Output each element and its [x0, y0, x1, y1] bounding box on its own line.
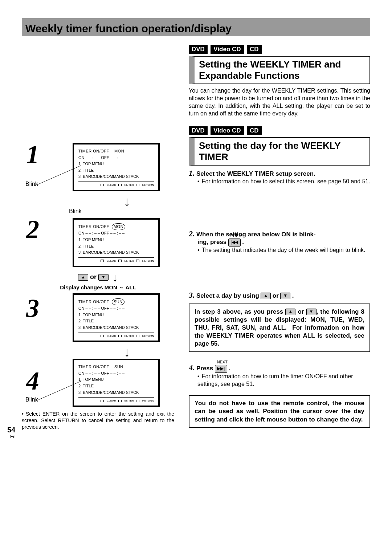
page-number: 54 — [7, 426, 15, 434]
screen-box-1: TIMER ON/OFF MON ON – – : – – OFF – – : … — [73, 143, 160, 191]
left-column: 1 Blink TIMER ON/OFF MON ON – – : – – OF… — [22, 38, 174, 431]
media-vcd: Video CD — [211, 45, 244, 54]
up-arrow-btn[interactable]: ▲ — [78, 274, 88, 281]
screen-box-3: TIMER ON/OFF SUN ON – – : – – OFF – – : … — [73, 293, 160, 342]
next-skip-button[interactable]: ▶▶| — [215, 365, 227, 373]
right-column: DVD Video CD CD Setting the WEEKLY TIMER… — [189, 38, 370, 431]
next-label: NEXT — [217, 360, 228, 364]
section-1-body: You can change the day for the WEEKLY TI… — [189, 87, 370, 117]
media-dvd: DVD — [189, 126, 208, 135]
step-3-heading: Select a day by using — [196, 292, 259, 299]
step-2-body: The setting that indicates the day of th… — [197, 247, 366, 253]
step-4-num: 4. — [189, 363, 195, 372]
prev-skip-button[interactable]: |◀◀ — [228, 239, 241, 247]
or-line: ▲ or ▼ ↓ — [22, 271, 174, 284]
step-4: 4. Press NEXT ▶▶| . For information on h… — [189, 363, 370, 388]
step-4-body: For information on how to turn the timer… — [197, 373, 353, 387]
blink-label-4: Blink — [25, 396, 38, 403]
down-arrow-icon: ↓ — [80, 346, 174, 359]
step-2: 2. When the setting area below ON is bli… — [189, 229, 370, 254]
step-1-body: For information on how to select this sc… — [197, 178, 370, 184]
step-1: 1. Select the WEEKLY TIMER setup screen.… — [189, 168, 370, 186]
screen-box-4: TIMER ON/OFF SUN ON – – : – – OFF – – : … — [73, 359, 160, 407]
step-3: 3. Select a day by using ▲ or ▼ . In ste… — [189, 290, 370, 352]
big-step-2: 2 — [22, 215, 44, 245]
media-cd: CD — [247, 126, 262, 135]
step-3-num: 3. — [189, 290, 195, 300]
section-2-title: Setting the day for the WEEKLY TIMER — [189, 137, 370, 166]
screen-box-2: TIMER ON/OFF MON ON – – : – – OFF – – : … — [73, 218, 160, 267]
down-arrow-btn[interactable]: ▼ — [280, 293, 290, 299]
final-info-box: You do not have to use the remote contro… — [189, 395, 370, 428]
up-arrow-btn[interactable]: ▲ — [261, 293, 271, 299]
diagram-step-3: 3 TIMER ON/OFF SUN ON – – : – – OFF – – … — [22, 293, 174, 342]
big-step-4: 4 — [22, 366, 44, 396]
media-dvd: DVD — [189, 45, 208, 54]
step-1-num: 1. — [189, 168, 195, 178]
down-arrow-btn[interactable]: ▼ — [98, 274, 109, 281]
step-3-info-box: In step 3 above, as you press ▲ or ▼, th… — [189, 304, 370, 352]
up-arrow-btn[interactable]: ▲ — [285, 309, 295, 315]
diagram-step-4: 4 Blink TIMER ON/OFF SUN ON – – : – – OF… — [22, 359, 174, 407]
step-1-heading: Select the WEEKLY TIMER setup screen. — [196, 170, 315, 177]
section-1-title: Setting the WEEKLY TIMER and Expandable … — [189, 56, 370, 84]
blink-label-top-2: Blink — [69, 208, 174, 215]
step-2-heading-b: ing, press — [197, 239, 226, 245]
down-arrow-icon: ↓ — [80, 195, 174, 208]
diagram-step-1: 1 Blink TIMER ON/OFF MON ON – – : – – OF… — [22, 139, 174, 191]
step-4-heading: Press — [196, 365, 213, 372]
page-language: En — [10, 434, 16, 439]
step-2-heading-a: When the setting area below ON is blink- — [196, 231, 316, 238]
media-cd: CD — [247, 45, 262, 54]
big-step-3: 3 — [22, 293, 44, 323]
left-footer-note: Select ENTER on the screen to enter the … — [22, 411, 174, 431]
display-changes-line: Display changes MON ～ ALL — [22, 284, 174, 291]
prev-label: PREV — [230, 233, 241, 238]
step-2-num: 2. — [189, 229, 195, 238]
page-banner: Weekly timer function operation/display — [22, 18, 370, 36]
blink-label-1: Blink — [25, 181, 38, 187]
media-vcd: Video CD — [211, 126, 244, 135]
diagram-step-2: 2 TIMER ON/OFF MON ON – – : – – OFF – – … — [22, 215, 174, 267]
banner-title: Weekly timer function operation/display — [25, 23, 232, 35]
down-arrow-icon: ↓ — [112, 271, 118, 284]
down-arrow-btn[interactable]: ▼ — [306, 309, 317, 315]
big-step-1: 1 — [22, 139, 44, 170]
